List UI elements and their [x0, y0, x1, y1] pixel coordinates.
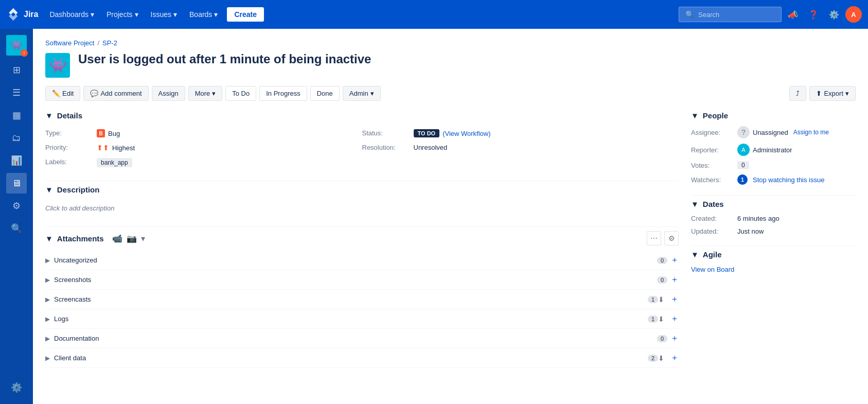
people-section: ▼ People Assignee: ? Unassigned Assign t…	[691, 111, 856, 185]
done-button[interactable]: Done	[310, 86, 340, 101]
sidebar-item-table[interactable]: ▦	[6, 105, 27, 126]
share-button[interactable]: ⤴	[789, 86, 806, 101]
sidebar-item-plugin[interactable]: ⚙	[6, 196, 27, 216]
breadcrumb-issue-id[interactable]: SP-2	[102, 39, 117, 47]
add-attachment-documentation[interactable]: ＋	[670, 333, 679, 344]
description-section-header[interactable]: ▼ Description	[45, 185, 679, 194]
action-bar-right: ⤴ ⬆ Export ▾	[789, 86, 856, 101]
export-button[interactable]: ⬆ Export ▾	[809, 86, 856, 101]
todo-button[interactable]: To Do	[225, 86, 256, 101]
help-button[interactable]: ❓	[804, 5, 823, 24]
assign-to-me-link[interactable]: Assign to me	[793, 129, 829, 136]
uncategorized-count: 0	[657, 257, 667, 264]
expand-icon: ▶	[45, 296, 50, 303]
assign-button[interactable]: Assign	[152, 86, 185, 101]
sidebar-item-search[interactable]: 🔍	[6, 218, 27, 239]
attachment-group-client-data[interactable]: ▶ Client data 2 ⬇ ＋	[45, 348, 679, 368]
right-panel: ▼ People Assignee: ? Unassigned Assign t…	[691, 111, 856, 378]
more-button[interactable]: More ▾	[188, 86, 223, 101]
edit-icon: ✏️	[52, 90, 60, 97]
sidebar-item-chart[interactable]: 📊	[6, 150, 27, 171]
agile-section-header[interactable]: ▼ Agile	[691, 250, 856, 259]
sidebar-item-grid[interactable]: ⊞	[6, 60, 27, 80]
votes-row: Votes: 0	[691, 161, 856, 169]
attachment-menu-button[interactable]: ⋯	[647, 231, 661, 245]
edit-button[interactable]: ✏️ Edit	[45, 86, 80, 101]
export-chevron-icon: ▾	[845, 90, 849, 97]
add-attachment-client-data[interactable]: ＋	[670, 353, 679, 363]
divider-4	[691, 245, 856, 246]
attachment-video-icon[interactable]: 📹	[112, 234, 122, 243]
details-section-header[interactable]: ▼ Details	[45, 111, 679, 120]
sidebar-item-settings[interactable]: ⚙️	[6, 377, 27, 398]
assignee-value: ? Unassigned Assign to me	[737, 126, 829, 138]
sidebar-item-monitor[interactable]: 🖥	[6, 173, 27, 194]
divider-2	[45, 226, 679, 227]
search-bar[interactable]: 🔍 Search	[679, 7, 782, 22]
user-avatar[interactable]: A	[845, 6, 862, 23]
details-chevron-icon: ▼	[45, 111, 53, 120]
dates-section-header[interactable]: ▼ Dates	[691, 200, 856, 208]
reporter-value: A Administrator	[737, 144, 792, 156]
add-attachment-screenshots[interactable]: ＋	[670, 274, 679, 285]
sidebar-item-list[interactable]: ☰	[6, 82, 27, 103]
breadcrumb-project[interactable]: Software Project	[45, 39, 94, 47]
view-workflow-link[interactable]: (View Workflow)	[442, 130, 490, 137]
assignee-row: Assignee: ? Unassigned Assign to me	[691, 126, 856, 138]
attachment-group-logs[interactable]: ▶ Logs 1 ⬇ ＋	[45, 309, 679, 329]
expand-icon: ▶	[45, 276, 50, 284]
expand-icon: ▶	[45, 355, 50, 362]
notifications-button[interactable]: 📣	[784, 5, 802, 24]
attachment-more-icon[interactable]: ▾	[141, 234, 145, 243]
attachment-settings-button[interactable]: ⚙	[664, 231, 679, 245]
action-bar: ✏️ Edit 💬 Add comment Assign More ▾ To D…	[45, 86, 856, 101]
admin-button[interactable]: Admin ▾	[343, 86, 381, 101]
details-left: Type: B Bug Priority: ⬆⬆ Highest	[45, 126, 362, 170]
add-comment-button[interactable]: 💬 Add comment	[83, 86, 148, 101]
created-row: Created: 6 minutes ago	[691, 215, 856, 222]
add-attachment-uncategorized[interactable]: ＋	[670, 255, 679, 266]
jira-logo[interactable]: Jira	[6, 7, 38, 22]
label-tag[interactable]: bank_app	[97, 158, 132, 167]
documentation-count: 0	[657, 335, 667, 342]
stop-watching-link[interactable]: Stop watching this issue	[753, 176, 824, 184]
view-on-board-link[interactable]: View on Board	[691, 266, 734, 273]
left-column: ▼ Details Type: B Bug	[45, 111, 679, 378]
sidebar-project-icon[interactable]: 👾 !	[6, 35, 27, 56]
detail-labels-row: Labels: bank_app	[45, 155, 362, 170]
attachment-group-uncategorized[interactable]: ▶ Uncategorized 0 ＋	[45, 251, 679, 270]
create-button[interactable]: Create	[227, 7, 264, 22]
nav-dashboards[interactable]: Dashboards ▾	[44, 7, 99, 22]
issue-title: User is logged out after 1 minute of bei…	[78, 51, 371, 67]
nav-issues[interactable]: Issues ▾	[146, 7, 182, 22]
attachment-screenshot-icon[interactable]: 📷	[127, 234, 137, 243]
dates-chevron-icon: ▼	[691, 200, 699, 208]
reporter-avatar: A	[737, 144, 750, 156]
attachment-group-screenshots[interactable]: ▶ Screenshots 0 ＋	[45, 270, 679, 290]
attachments-section-header[interactable]: ▼ Attachments	[45, 234, 104, 243]
download-screencasts[interactable]: ⬇	[658, 295, 664, 304]
bug-icon: B	[97, 129, 105, 137]
breadcrumb-separator: /	[97, 39, 99, 47]
divider-1	[45, 181, 679, 181]
nav-projects[interactable]: Projects ▾	[101, 7, 144, 22]
agile-section: ▼ Agile View on Board	[691, 250, 856, 273]
in-progress-button[interactable]: In Progress	[259, 86, 307, 101]
people-section-header[interactable]: ▼ People	[691, 111, 856, 120]
attachment-group-documentation[interactable]: ▶ Documentation 0 ＋	[45, 329, 679, 348]
add-attachment-screencasts[interactable]: ＋	[670, 294, 679, 305]
download-client-data[interactable]: ⬇	[658, 354, 664, 362]
export-icon: ⬆	[816, 90, 822, 97]
add-attachment-logs[interactable]: ＋	[670, 313, 679, 324]
attachment-group-screencasts[interactable]: ▶ Screencasts 1 ⬇ ＋	[45, 290, 679, 309]
sidebar-item-bag[interactable]: 🗂	[6, 128, 27, 148]
description-placeholder[interactable]: Click to add description	[45, 200, 679, 216]
updated-row: Updated: Just now	[691, 227, 856, 235]
download-logs[interactable]: ⬇	[658, 315, 664, 323]
detail-priority-value: ⬆⬆ Highest	[97, 144, 135, 152]
nav-boards[interactable]: Boards ▾	[184, 7, 223, 22]
settings-button[interactable]: ⚙️	[825, 5, 843, 24]
top-navigation: Jira Dashboards ▾ Projects ▾ Issues ▾ Bo…	[0, 0, 868, 29]
votes-value: 0	[737, 161, 749, 169]
votes-count: 0	[737, 161, 749, 169]
